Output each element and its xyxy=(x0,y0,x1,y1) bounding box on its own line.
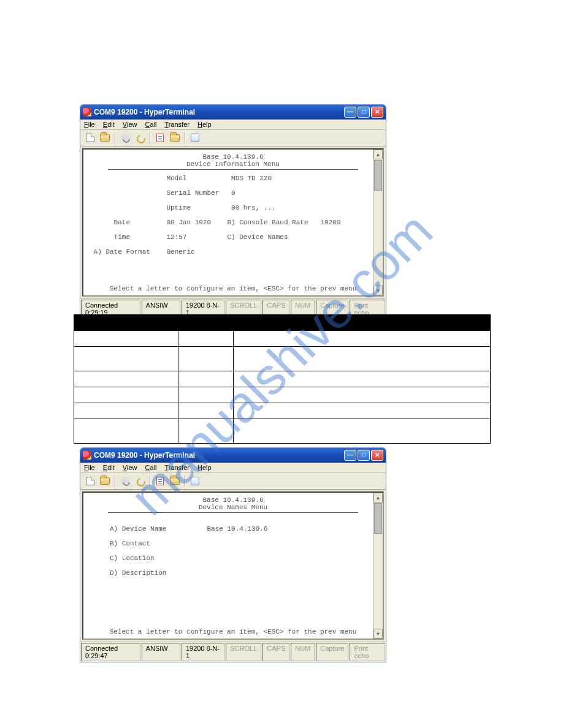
properties-icon[interactable] xyxy=(189,475,201,487)
properties-icon[interactable] xyxy=(189,132,201,144)
term-line: A) Date Format Generic xyxy=(90,248,377,256)
statusbar: Connected 0:29:47 ANSIW 19200 8-N-1 SCRO… xyxy=(80,642,386,662)
window-title: COM9 19200 - HyperTerminal xyxy=(94,451,344,460)
menu-call[interactable]: Call xyxy=(145,121,157,128)
table-header-row xyxy=(74,315,491,331)
send-icon[interactable] xyxy=(154,475,166,487)
menu-file[interactable]: File xyxy=(84,121,95,128)
divider xyxy=(108,512,358,513)
menu-transfer[interactable]: Transfer xyxy=(164,121,190,128)
scrollbar[interactable]: ▲ ▼ xyxy=(373,150,383,295)
close-button[interactable]: ✕ xyxy=(371,107,383,118)
menu-help[interactable]: Help xyxy=(197,464,212,471)
term-line: B) Contact xyxy=(90,540,377,547)
disconnect-icon[interactable] xyxy=(134,132,146,144)
disconnect-icon[interactable] xyxy=(134,475,146,487)
receive-icon[interactable] xyxy=(169,132,181,144)
hyperterminal-window-2: COM9 19200 - HyperTerminal — □ ✕ File Ed… xyxy=(80,447,386,662)
scroll-down-icon[interactable]: ▼ xyxy=(373,629,383,639)
status-num: NUM xyxy=(291,643,315,661)
window-title: COM9 19200 - HyperTerminal xyxy=(94,108,344,116)
titlebar[interactable]: COM9 19200 - HyperTerminal — □ ✕ xyxy=(80,105,386,119)
terminal-output[interactable]: Base 10.4.139.6 Device Information Menu … xyxy=(82,148,384,297)
status-capture: Capture xyxy=(316,643,348,661)
term-line: C) Location xyxy=(90,555,377,562)
term-footer: Select a letter to configure an item, <E… xyxy=(90,285,377,292)
term-line: Model MDS TD 220 xyxy=(90,175,377,182)
menu-help[interactable]: Help xyxy=(197,121,212,128)
parameter-table xyxy=(74,314,491,444)
table-row xyxy=(74,387,491,403)
scroll-thumb[interactable] xyxy=(374,160,382,191)
term-header-2: Device Names Menu xyxy=(90,504,377,511)
table-header xyxy=(234,315,491,331)
status-params: 19200 8-N-1 xyxy=(182,643,224,661)
menubar: File Edit View Call Transfer Help xyxy=(80,463,386,473)
separator-icon xyxy=(115,132,115,143)
separator-icon xyxy=(185,476,185,487)
term-line: A) Device Name Base 10.4.139.6 xyxy=(90,525,377,533)
toolbar xyxy=(80,473,386,490)
menu-call[interactable]: Call xyxy=(145,464,157,471)
status-emulation: ANSIW xyxy=(142,643,180,661)
term-line: Date 08 Jan 1920 B) Console Baud Rate 19… xyxy=(90,219,377,226)
table-header xyxy=(178,315,234,331)
new-icon[interactable] xyxy=(84,475,96,487)
maximize-button[interactable]: □ xyxy=(358,107,370,118)
minimize-button[interactable]: — xyxy=(344,107,356,118)
term-line: Time 12:57 C) Device Names xyxy=(90,233,377,241)
table-row xyxy=(74,403,491,419)
menu-file[interactable]: File xyxy=(84,464,95,471)
terminal-output[interactable]: Base 10.4.139.6 Device Names Menu A) Dev… xyxy=(82,491,384,640)
menu-transfer[interactable]: Transfer xyxy=(164,464,190,471)
status-caps: CAPS xyxy=(262,643,289,661)
minimize-button[interactable]: — xyxy=(344,450,356,461)
term-header-1: Base 10.4.139.6 xyxy=(90,496,377,504)
table-header xyxy=(74,315,178,331)
hyperterminal-window-1: COM9 19200 - HyperTerminal — □ ✕ File Ed… xyxy=(80,104,386,319)
call-icon[interactable] xyxy=(119,132,131,144)
separator-icon xyxy=(115,476,115,487)
divider xyxy=(108,169,358,170)
toolbar xyxy=(80,130,386,146)
menu-view[interactable]: View xyxy=(123,464,137,471)
term-footer: Select a letter to configure an item, <E… xyxy=(90,628,377,635)
separator-icon xyxy=(185,132,185,143)
titlebar[interactable]: COM9 19200 - HyperTerminal — □ ✕ xyxy=(80,448,386,463)
scroll-up-icon[interactable]: ▲ xyxy=(373,493,383,502)
table-row xyxy=(74,371,491,387)
close-button[interactable]: ✕ xyxy=(371,450,383,461)
term-header-2: Device Information Menu xyxy=(90,161,377,168)
maximize-button[interactable]: □ xyxy=(358,450,370,461)
open-icon[interactable] xyxy=(99,132,111,144)
menu-edit[interactable]: Edit xyxy=(103,121,115,128)
call-icon[interactable] xyxy=(119,475,131,487)
scroll-down-icon[interactable]: ▼ xyxy=(373,286,383,295)
status-echo: Print echo xyxy=(350,643,385,661)
scroll-up-icon[interactable]: ▲ xyxy=(373,150,383,159)
menubar: File Edit View Call Transfer Help xyxy=(80,119,386,130)
scrollbar[interactable]: ▲ ▼ xyxy=(373,493,383,639)
open-icon[interactable] xyxy=(99,475,111,487)
new-icon[interactable] xyxy=(84,132,96,144)
menu-edit[interactable]: Edit xyxy=(103,464,115,471)
term-line: Serial Number 0 xyxy=(90,189,377,197)
send-icon[interactable] xyxy=(154,132,166,144)
scroll-thumb[interactable] xyxy=(374,503,382,534)
term-line: Uptime 00 hrs, ... xyxy=(90,204,377,211)
status-scroll: SCROLL xyxy=(226,643,261,661)
separator-icon xyxy=(150,476,150,487)
table-row xyxy=(74,331,491,347)
separator-icon xyxy=(150,132,150,143)
term-line: D) Description xyxy=(90,569,377,577)
table-row xyxy=(74,347,491,371)
receive-icon[interactable] xyxy=(169,475,181,487)
menu-view[interactable]: View xyxy=(123,121,137,128)
app-icon xyxy=(83,451,91,460)
status-connected: Connected 0:29:47 xyxy=(81,643,140,661)
term-header-1: Base 10.4.139.6 xyxy=(90,153,377,161)
app-icon xyxy=(83,108,91,116)
table-row xyxy=(74,419,491,444)
